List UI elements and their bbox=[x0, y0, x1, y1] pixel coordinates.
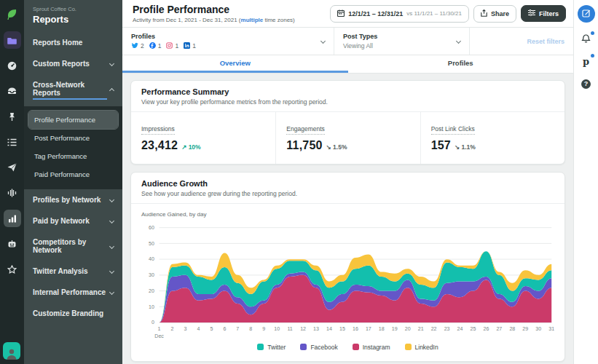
audience-growth-card: Audience Growth See how your audience gr… bbox=[130, 172, 565, 362]
feeds-list-icon[interactable] bbox=[4, 133, 21, 151]
chevron-down-icon bbox=[109, 290, 114, 295]
sidebar-item-profiles-by-network[interactable]: Profiles by Network bbox=[24, 189, 122, 210]
svg-text:2: 2 bbox=[171, 326, 174, 332]
profiles-filter[interactable]: Profiles 2 1 1 bbox=[122, 28, 334, 55]
svg-text:8: 8 bbox=[249, 326, 252, 332]
sidebar-item-paid-by-network[interactable]: Paid by Network bbox=[24, 210, 122, 232]
main-content: Profile Performance Activity from Dec 1,… bbox=[122, 0, 573, 364]
multiple-time-zones-link[interactable]: multiple bbox=[241, 17, 264, 23]
date-range-button[interactable]: 12/1/21 – 12/31/21 vs 11/1/21 – 11/30/21 bbox=[330, 5, 469, 23]
help-icon[interactable]: ? bbox=[580, 77, 593, 90]
sidebar-item-profile-performance[interactable]: Profile Performance bbox=[28, 111, 118, 129]
svg-text:13: 13 bbox=[313, 326, 319, 332]
share-button[interactable]: Share bbox=[473, 5, 516, 23]
filters-sliders-icon bbox=[528, 9, 535, 17]
chart-axis-title: Audience Gained, by day bbox=[141, 211, 554, 218]
pushpin-icon[interactable] bbox=[4, 108, 21, 125]
metric-engagements: Engagements 11,750 ↘ 1.5% bbox=[275, 112, 420, 164]
post-types-filter[interactable]: Post Types Viewing All bbox=[334, 28, 470, 55]
chart-legend: TwitterFacebookInstagramLinkedIn bbox=[141, 341, 554, 357]
cross-network-submenu: Profile Performance Post Performance Tag… bbox=[24, 106, 122, 189]
compose-button[interactable] bbox=[578, 5, 595, 23]
performance-summary-header: Performance Summary View your key profil… bbox=[131, 81, 564, 112]
svg-text:20: 20 bbox=[405, 326, 411, 332]
legend-item-facebook[interactable]: Facebook bbox=[300, 344, 337, 351]
sidebar-item-reports-home[interactable]: Reports Home bbox=[24, 32, 122, 53]
date-range-value: 12/1/21 – 12/31/21 bbox=[348, 10, 403, 17]
chevron-down-icon bbox=[109, 61, 114, 66]
page-header-titles: Profile Performance Activity from Dec 1,… bbox=[133, 4, 295, 23]
sidebar-item-paid-performance[interactable]: Paid Performance bbox=[28, 165, 118, 183]
legend-label: Twitter bbox=[267, 344, 286, 351]
svg-text:20: 20 bbox=[149, 288, 154, 294]
inbox-icon[interactable] bbox=[4, 82, 21, 100]
publishing-send-icon[interactable] bbox=[4, 159, 21, 176]
metric-value: 23,412 bbox=[141, 139, 178, 152]
svg-text:12: 12 bbox=[300, 326, 306, 332]
audience-growth-description: See how your audience grew during the re… bbox=[141, 190, 554, 197]
svg-text:11: 11 bbox=[287, 326, 292, 332]
legend-swatch bbox=[353, 344, 359, 350]
reports-folder-icon[interactable] bbox=[4, 31, 21, 49]
svg-text:21: 21 bbox=[418, 326, 424, 332]
svg-text:28: 28 bbox=[509, 326, 515, 332]
twitter-icon bbox=[131, 42, 138, 50]
sidebar-item-twitter-analysis[interactable]: Twitter Analysis bbox=[24, 261, 122, 282]
legend-item-linkedin[interactable]: LinkedIn bbox=[405, 344, 438, 351]
compose-pencil-icon bbox=[582, 7, 591, 20]
sprout-logo-icon[interactable] bbox=[4, 6, 21, 23]
svg-text:1: 1 bbox=[158, 326, 161, 332]
sidebar-item-tag-performance[interactable]: Tag Performance bbox=[28, 147, 118, 165]
sidebar-item-cross-network-reports[interactable]: Cross-Network Reports bbox=[24, 74, 122, 106]
svg-text:27: 27 bbox=[496, 326, 502, 332]
reports-bar-chart-icon[interactable] bbox=[4, 210, 21, 227]
sidebar-title: Reports bbox=[33, 14, 114, 25]
reviews-star-icon[interactable] bbox=[4, 261, 21, 278]
notifications-bell-icon[interactable] bbox=[580, 32, 593, 45]
header-actions: 12/1/21 – 12/31/21 vs 11/1/21 – 11/30/21… bbox=[330, 5, 566, 23]
svg-text:Dec: Dec bbox=[154, 333, 164, 339]
bot-icon[interactable] bbox=[4, 235, 21, 253]
performance-summary-title: Performance Summary bbox=[141, 87, 554, 96]
tab-profiles[interactable]: Profiles bbox=[348, 55, 574, 73]
app-icon-rail bbox=[0, 0, 24, 364]
reset-filters-link[interactable]: Reset filters bbox=[527, 38, 564, 45]
share-icon bbox=[481, 9, 487, 18]
dashboard-gauge-icon[interactable] bbox=[4, 57, 21, 74]
svg-text:16: 16 bbox=[353, 326, 358, 332]
legend-item-twitter[interactable]: Twitter bbox=[257, 344, 286, 351]
report-content: Performance Summary View your key profil… bbox=[122, 74, 573, 364]
sidebar-item-custom-reports[interactable]: Custom Reports bbox=[24, 53, 122, 74]
svg-text:50: 50 bbox=[149, 241, 154, 247]
legend-label: LinkedIn bbox=[415, 344, 438, 351]
metric-label[interactable]: Post Link Clicks bbox=[431, 125, 475, 135]
post-types-filter-label: Post Types bbox=[343, 33, 377, 40]
date-compare-value: vs 11/1/21 – 11/30/21 bbox=[406, 10, 462, 17]
tab-overview[interactable]: Overview bbox=[122, 55, 348, 73]
svg-text:10: 10 bbox=[274, 326, 280, 332]
svg-text:29: 29 bbox=[522, 326, 528, 332]
sidebar-item-competitors-by-network[interactable]: Competitors by Network bbox=[24, 232, 122, 261]
facebook-icon bbox=[149, 42, 156, 50]
svg-text:9: 9 bbox=[262, 326, 265, 332]
sprout-assistant-icon[interactable]: p bbox=[580, 55, 593, 68]
svg-text:15: 15 bbox=[339, 326, 345, 332]
app-window: Sprout Coffee Co. Reports Reports Home C… bbox=[0, 0, 598, 364]
filters-button[interactable]: Filters bbox=[521, 5, 566, 22]
metric-label[interactable]: Impressions bbox=[141, 125, 175, 135]
legend-swatch bbox=[300, 344, 307, 350]
legend-label: Instagram bbox=[363, 344, 390, 351]
legend-item-instagram[interactable]: Instagram bbox=[353, 344, 390, 351]
sidebar-item-customize-branding[interactable]: Customize Branding bbox=[24, 303, 122, 324]
utility-rail: p ? bbox=[573, 0, 598, 364]
metric-label[interactable]: Engagements bbox=[286, 125, 324, 135]
sidebar-item-internal-performance[interactable]: Internal Performance bbox=[24, 282, 122, 303]
audience-growth-chart[interactable]: 6050403020100123456789101112131415161718… bbox=[141, 223, 554, 341]
svg-text:60: 60 bbox=[149, 225, 154, 231]
listening-waveform-icon[interactable] bbox=[4, 184, 21, 202]
user-avatar[interactable] bbox=[3, 342, 20, 360]
svg-text:17: 17 bbox=[366, 326, 371, 332]
svg-text:19: 19 bbox=[392, 326, 398, 332]
audience-growth-header: Audience Growth See how your audience gr… bbox=[131, 173, 564, 204]
sidebar-item-post-performance[interactable]: Post Performance bbox=[28, 129, 118, 147]
